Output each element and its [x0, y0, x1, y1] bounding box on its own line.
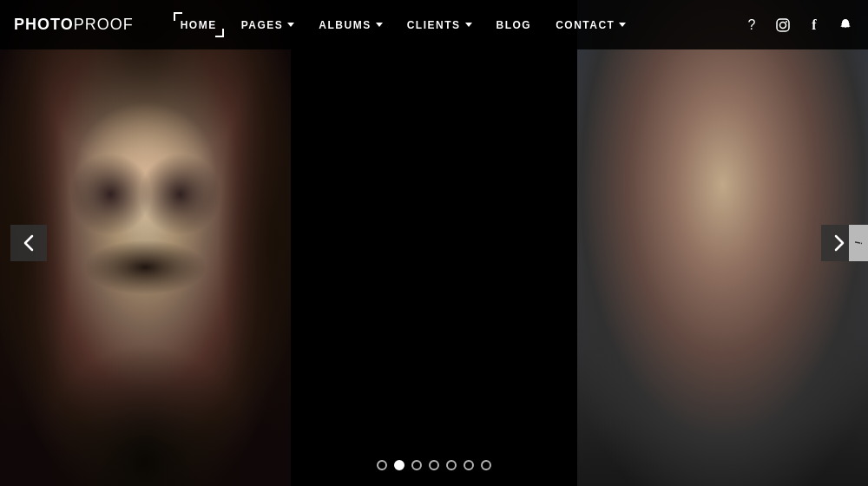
logo-part1: PHOTO: [14, 16, 74, 33]
navigation: PHOTOPROOF HOME PAGES ALBUMS CLIENTS B: [0, 0, 868, 49]
dot-6[interactable]: [464, 460, 474, 470]
nav-link-pages[interactable]: PAGES: [229, 0, 307, 49]
logo-text: PHOTOPROOF: [14, 16, 134, 34]
nav-item-home[interactable]: HOME: [168, 0, 229, 49]
nav-link-clients[interactable]: CLIENTS: [395, 0, 484, 49]
info-button[interactable]: i: [849, 225, 868, 261]
logo[interactable]: PHOTOPROOF: [14, 16, 134, 34]
image-slider: i: [0, 0, 868, 486]
chevron-down-icon: [619, 23, 626, 27]
nav-link-blog[interactable]: BLOG: [484, 0, 544, 49]
slide-panel-center: [291, 0, 577, 486]
nav-item-pages[interactable]: PAGES: [229, 0, 307, 49]
svg-point-1: [780, 22, 786, 28]
nav-link-home[interactable]: HOME: [168, 0, 229, 49]
help-icon[interactable]: ?: [743, 16, 760, 34]
dot-1[interactable]: [377, 460, 387, 470]
svg-rect-0: [777, 19, 789, 31]
social-icons: ? f: [743, 16, 854, 34]
nav-item-contact[interactable]: CONTACT: [543, 0, 638, 49]
nav-link-albums[interactable]: ALBUMS: [306, 0, 394, 49]
dot-5[interactable]: [446, 460, 457, 470]
facebook-icon[interactable]: f: [806, 16, 823, 34]
dot-3[interactable]: [411, 460, 422, 470]
nav-item-albums[interactable]: ALBUMS: [306, 0, 394, 49]
svg-point-2: [786, 21, 787, 23]
chevron-down-icon: [465, 23, 472, 27]
dot-2[interactable]: [394, 460, 404, 470]
nav-menu: HOME PAGES ALBUMS CLIENTS BLOG CONTA: [168, 0, 743, 49]
snapchat-icon[interactable]: [837, 16, 854, 34]
chevron-down-icon: [287, 23, 294, 27]
dot-4[interactable]: [429, 460, 439, 470]
nav-link-contact[interactable]: CONTACT: [543, 0, 638, 49]
instagram-icon[interactable]: [774, 16, 792, 34]
dot-7[interactable]: [481, 460, 491, 470]
nav-item-clients[interactable]: CLIENTS: [395, 0, 484, 49]
slide-dots: [377, 460, 491, 470]
nav-item-blog[interactable]: BLOG: [484, 0, 544, 49]
logo-part2: PROOF: [74, 16, 134, 33]
chevron-down-icon: [376, 23, 383, 27]
prev-button[interactable]: [10, 225, 47, 261]
